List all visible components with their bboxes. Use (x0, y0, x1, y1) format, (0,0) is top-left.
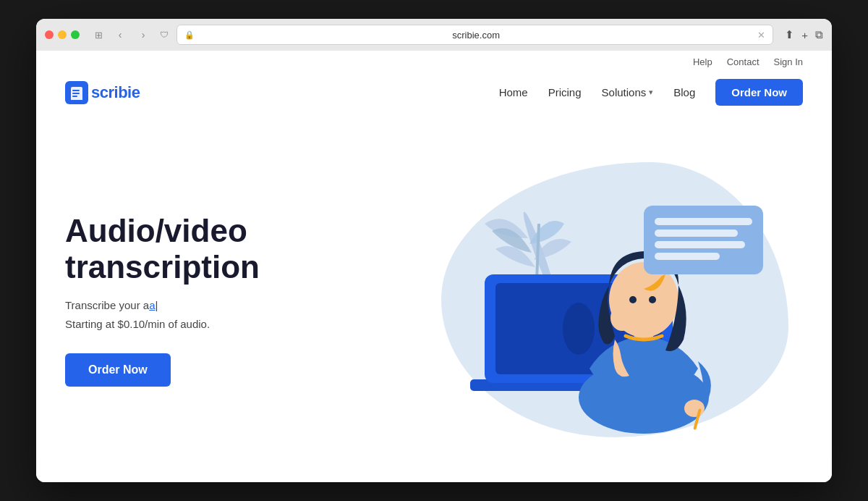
solutions-arrow: ▾ (649, 88, 653, 97)
website-content: Help Contact Sign In scribie Home (36, 51, 832, 482)
laptop-decoration (563, 303, 595, 355)
tab-overview-button[interactable]: ⧉ (815, 28, 823, 41)
speech-bubble-group (644, 206, 763, 291)
nav-links: Home Pricing Solutions ▾ Blog Order Now (499, 79, 803, 106)
sign-in-link[interactable]: Sign In (774, 56, 803, 67)
hero-subtitle-text: Transcribe your a (65, 299, 149, 311)
person-eye-right (649, 296, 656, 303)
sidebar-icon[interactable]: ⊞ (91, 28, 106, 42)
forward-button[interactable]: › (135, 26, 152, 43)
nav-home[interactable]: Home (499, 86, 528, 98)
hero-section: Audio/video transcription Transcribe you… (36, 117, 832, 482)
help-link[interactable]: Help (693, 56, 712, 67)
browser-actions: ⬆ + ⧉ (785, 28, 823, 41)
nav-pricing[interactable]: Pricing (548, 86, 582, 98)
lock-icon: 🔒 (184, 30, 195, 40)
hero-svg-illustration (405, 166, 767, 434)
speech-line-2 (655, 230, 738, 237)
speech-line-4 (655, 253, 720, 260)
back-button[interactable]: ‹ (111, 26, 129, 43)
person-hand (610, 305, 634, 331)
maximize-button[interactable] (71, 30, 80, 39)
svg-rect-1 (72, 90, 80, 91)
hero-left-content: Audio/video transcription Transcribe you… (65, 213, 369, 387)
speech-line-3 (655, 241, 745, 248)
traffic-lights (45, 30, 80, 39)
hero-order-now-button[interactable]: Order Now (65, 353, 171, 387)
share-button[interactable]: ⬆ (785, 28, 794, 41)
hero-subtitle: Transcribe your aa| (65, 298, 369, 314)
contact-link[interactable]: Contact (727, 56, 760, 67)
hero-title-line1: Audio/video (65, 213, 247, 248)
utility-bar: Help Contact Sign In (36, 51, 832, 73)
clear-url-button[interactable]: ✕ (757, 30, 765, 41)
minimize-button[interactable] (58, 30, 67, 39)
logo-area[interactable]: scribie (65, 81, 140, 104)
logo-icon (65, 81, 88, 104)
browser-controls: ⊞ ‹ › (91, 26, 152, 43)
new-tab-button[interactable]: + (801, 29, 808, 41)
browser-window: ⊞ ‹ › 🛡 🔒 scribie.com ✕ ⬆ + ⧉ Help Conta… (36, 19, 832, 482)
hero-title: Audio/video transcription (65, 213, 369, 286)
hero-illustration (369, 148, 803, 452)
shield-icon: 🛡 (158, 28, 171, 41)
browser-titlebar: ⊞ ‹ › 🛡 🔒 scribie.com ✕ ⬆ + ⧉ (36, 19, 832, 51)
url-text: scribie.com (199, 30, 753, 41)
person-eye-left (629, 296, 637, 303)
logo-text: scribie (91, 83, 140, 102)
hero-title-line2: transcription (65, 249, 260, 285)
nav-blog[interactable]: Blog (673, 86, 695, 98)
address-bar[interactable]: 🔒 scribie.com ✕ (176, 25, 773, 45)
nav-order-now-button[interactable]: Order Now (715, 79, 803, 106)
main-nav: scribie Home Pricing Solutions ▾ Blog Or… (36, 73, 832, 117)
solutions-label: Solutions (602, 86, 647, 98)
person-right-hand (684, 400, 705, 417)
svg-rect-2 (72, 93, 80, 94)
speech-line-1 (655, 218, 752, 225)
hero-pricing-text: Starting at $0.10/min of audio. (65, 318, 369, 330)
close-button[interactable] (45, 30, 54, 39)
svg-rect-3 (72, 96, 77, 97)
hero-link[interactable]: a (149, 299, 155, 311)
nav-solutions[interactable]: Solutions ▾ (602, 86, 654, 98)
speech-bubble-bg (644, 206, 763, 274)
hero-subtitle-cursor: | (156, 299, 158, 311)
